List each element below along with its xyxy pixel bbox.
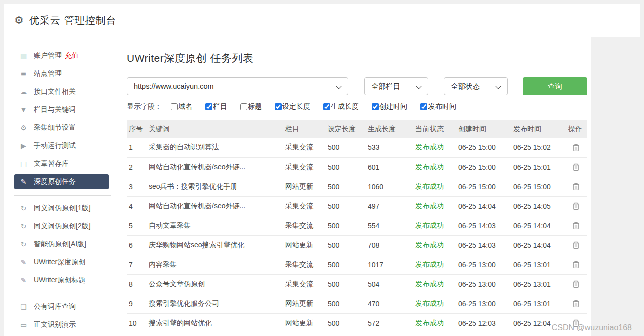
- row-keyword: seo兵书：搜索引擎优化手册: [147, 177, 283, 196]
- row-column: 采集交流: [283, 255, 326, 274]
- sidebar-item[interactable]: ✎ UWriter深度原创: [14, 255, 109, 270]
- status-select[interactable]: 全部状态: [444, 77, 508, 95]
- sidebar-item[interactable]: ▤ 文章暂存库: [14, 156, 109, 171]
- column-select-value: 全部栏目: [371, 82, 400, 91]
- row-column: 采集交流: [283, 274, 326, 294]
- bar-chart-icon: ▥: [19, 52, 28, 60]
- gears-icon: ⚙: [19, 124, 28, 132]
- sidebar-item[interactable]: ⚙ 采集细节设置: [14, 120, 109, 135]
- sidebar-item-label: 文章暂存库: [34, 159, 69, 168]
- main-panel: ▥ 账户管理 充值 ≣ 站点管理 ☁ 接口文件相关 ▼ 栏目与关键词 ⚙ 采集细…: [4, 37, 591, 336]
- row-created-time: 06-25 14:04: [456, 196, 511, 216]
- sidebar-item[interactable]: ↻ 智能伪原创[AI版]: [14, 237, 109, 252]
- site-select[interactable]: https://www.ucaiyun.com: [127, 77, 348, 95]
- row-index: 7: [127, 255, 147, 274]
- cloud-upload-icon: ☁: [19, 88, 28, 96]
- sidebar-item[interactable]: ☁ 接口文件相关: [14, 84, 109, 99]
- trash-icon: [572, 163, 580, 171]
- monitor-icon: ▭: [19, 321, 28, 329]
- book-icon: ❏: [19, 303, 28, 311]
- field-checkbox[interactable]: [323, 103, 330, 110]
- delete-button[interactable]: [570, 200, 581, 211]
- sidebar-item[interactable]: ✎ 深度原创任务: [14, 174, 109, 189]
- delete-button[interactable]: [570, 278, 581, 289]
- sidebar-item[interactable]: ↻ 同义词伪原创[2版]: [14, 219, 109, 234]
- column-header: 关键词: [147, 120, 283, 138]
- row-keyword: 公众号文章伪原创: [147, 274, 283, 294]
- column-select[interactable]: 全部栏目: [364, 77, 428, 95]
- delete-button[interactable]: [570, 298, 581, 309]
- refresh-icon: ↻: [19, 240, 28, 248]
- field-checkbox[interactable]: [205, 103, 212, 110]
- row-keyword: 搜索引擎的网站优化: [147, 313, 283, 333]
- row-column: 采集交流: [283, 196, 326, 216]
- sidebar-item[interactable]: ▼ 栏目与关键词: [14, 102, 109, 117]
- delete-button[interactable]: [570, 220, 581, 231]
- table-row: 4 网站自动化宣传机器/seo外链... 采集交流 500 497 发布成功 0…: [127, 196, 587, 216]
- display-field-option[interactable]: 发布时间: [420, 102, 456, 111]
- field-checkbox[interactable]: [372, 103, 379, 110]
- query-button[interactable]: 查询: [523, 77, 587, 95]
- row-column: 网站更新: [283, 235, 326, 255]
- row-gen-length: 470: [366, 294, 413, 313]
- delete-button[interactable]: [570, 181, 581, 192]
- sidebar-item[interactable]: ▭ 正文识别演示: [14, 317, 109, 332]
- row-status: 发布成功: [413, 313, 456, 333]
- field-checkbox[interactable]: [420, 103, 427, 110]
- field-checkbox[interactable]: [171, 103, 178, 110]
- sidebar-item-label: 栏目与关键词: [34, 105, 76, 114]
- field-label: 发布时间: [428, 102, 456, 111]
- display-field-option[interactable]: 栏目: [205, 102, 227, 111]
- row-index: 1: [127, 138, 147, 157]
- display-field-option[interactable]: 设定长度: [275, 102, 310, 111]
- app-title: 优采云 管理控制台: [29, 14, 117, 27]
- row-created-time: 06-25 12:03: [456, 313, 511, 333]
- sidebar-item[interactable]: ▥ 账户管理 充值: [14, 48, 109, 63]
- field-checkbox[interactable]: [275, 103, 282, 110]
- sidebar-item[interactable]: ≣ 站点管理: [14, 66, 109, 81]
- display-field-option[interactable]: 标题: [240, 102, 262, 111]
- row-published-time: 06-25 15:01: [511, 157, 566, 177]
- row-index: 5: [127, 216, 147, 235]
- table-row: 1 采集器的自动识别算法 采集交流 500 533 发布成功 06-25 15:…: [127, 138, 587, 157]
- table-row: 7 内容采集 采集交流 500 1017 发布成功 06-25 13:00 06…: [127, 255, 587, 274]
- sidebar-item[interactable]: ▶ 手动运行测试: [14, 138, 109, 153]
- row-published-time: 06-25 13:01: [511, 274, 566, 294]
- row-published-time: 06-25 14:05: [511, 196, 566, 216]
- delete-button[interactable]: [570, 161, 581, 172]
- row-set-length: 500: [326, 177, 366, 196]
- sidebar-divider: [14, 294, 111, 294]
- field-checkbox[interactable]: [240, 103, 247, 110]
- row-gen-length: 601: [366, 157, 413, 177]
- row-status: 发布成功: [413, 196, 456, 216]
- row-index: 10: [127, 313, 147, 333]
- row-column: 采集交流: [283, 216, 326, 235]
- display-field-option[interactable]: 域名: [171, 102, 192, 111]
- server-stack-icon: ≣: [19, 70, 28, 78]
- sidebar-item-label: 站点管理: [34, 69, 62, 78]
- sidebar-item[interactable]: ↻ 同义词伪原创[1版]: [14, 201, 109, 216]
- trash-icon: [572, 280, 580, 288]
- display-field-option[interactable]: 生成长度: [323, 102, 359, 111]
- row-set-length: 500: [326, 294, 366, 313]
- column-header: 操作: [566, 120, 587, 138]
- sidebar-item[interactable]: ❏ 公有词库查询: [14, 299, 109, 314]
- row-published-time: 06-25 15:02: [511, 138, 566, 157]
- sidebar-item[interactable]: ✎ UWriter原创标题: [14, 273, 109, 288]
- display-field-option[interactable]: 创建时间: [372, 102, 407, 111]
- sidebar-item-label: 采集细节设置: [34, 123, 76, 132]
- play-icon: ▶: [19, 142, 28, 150]
- row-published-time: 06-25 13:01: [511, 255, 566, 274]
- refresh-icon: ↻: [19, 222, 28, 230]
- delete-button[interactable]: [570, 142, 581, 153]
- table-body: 1 采集器的自动识别算法 采集交流 500 533 发布成功 06-25 15:…: [127, 138, 587, 333]
- recharge-link[interactable]: 充值: [65, 51, 79, 60]
- refresh-icon: ↻: [19, 204, 28, 212]
- content-area: UWriter深度原创 任务列表 https://www.ucaiyun.com…: [119, 37, 587, 336]
- filter-icon: ▼: [19, 106, 28, 114]
- delete-button[interactable]: [570, 239, 581, 250]
- row-set-length: 500: [326, 274, 366, 294]
- delete-button[interactable]: [570, 259, 581, 270]
- sidebar-item-label: UWriter原创标题: [34, 276, 85, 285]
- row-gen-length: 1017: [366, 255, 413, 274]
